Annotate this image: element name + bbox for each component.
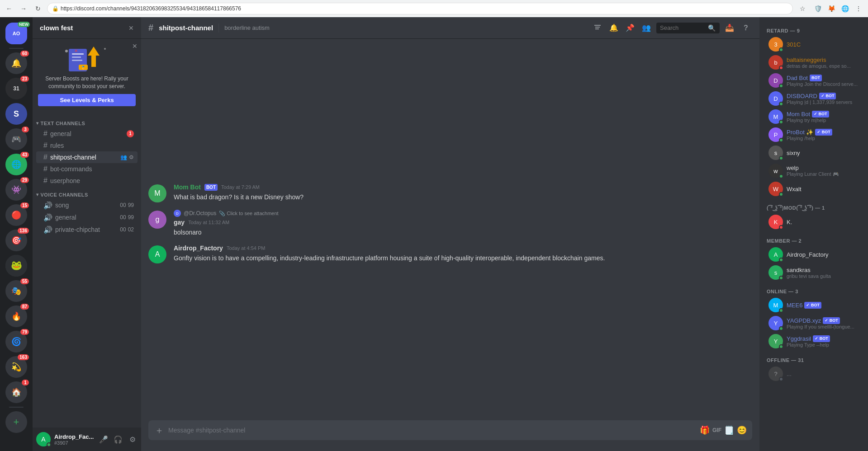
server-icon-10[interactable]: 🎭 55 — [5, 280, 27, 302]
voice-channel-general[interactable]: 🔊 general 00 99 — [36, 211, 138, 224]
member-name-sixny: sixny — [787, 150, 861, 156]
back-button[interactable]: ← — [4, 3, 14, 14]
banner-close-button[interactable]: ✕ — [132, 42, 138, 50]
voice-channels-label: VOICE CHANNELS — [41, 192, 88, 197]
url-bar[interactable]: 🔒 https://discord.com/channels/943182063… — [47, 3, 793, 14]
server-icon-1[interactable]: 🔔 60 — [5, 52, 27, 74]
user-status-indicator — [47, 442, 51, 447]
member-301c[interactable]: 3 301C — [763, 35, 864, 53]
settings-icon[interactable]: ⚙ — [129, 154, 134, 160]
member-name-offline-1: ... — [787, 371, 861, 377]
member-activity-sandkras: gribu tevi sava gulta — [787, 273, 861, 279]
members-group-mod: ( ͡° ͜ʖ ͡°)MOD( ͡° ͜ʖ ͡°) — 1 — [759, 202, 868, 213]
member-info-baltais: baltaisneggeris detras de amogus, espe s… — [787, 56, 861, 69]
menu-button[interactable]: ⋮ — [853, 3, 864, 14]
server-icon-13[interactable]: 💫 163 — [5, 356, 27, 378]
boost-banner-text: Server Boosts are here! Rally your commu… — [38, 75, 136, 90]
member-name-301c: 301C — [787, 41, 861, 48]
badge-5: 43 — [20, 152, 29, 158]
server-header[interactable]: clown fest ✕ — [33, 17, 141, 39]
members-sidebar: RETARD — 9 3 301C b baltaisneggeris detr… — [759, 17, 868, 451]
text-channels-category[interactable]: ▾ TEXT CHANNELS — [33, 115, 141, 128]
add-attachment-button[interactable]: ＋ — [154, 425, 165, 436]
refresh-button[interactable]: ↻ — [33, 3, 43, 14]
member-yggdrasil[interactable]: Y Yggdrasil ✓ BOT Playing Type --help — [763, 332, 864, 350]
channel-bot-commands[interactable]: # bot-commands — [36, 163, 138, 175]
ext1-button[interactable]: 🛡️ — [812, 3, 824, 14]
member-baltais[interactable]: b baltaisneggeris detras de amogus, espe… — [763, 53, 864, 71]
gift-button[interactable]: 🎁 — [700, 425, 710, 435]
gif-button[interactable]: GIF — [712, 427, 721, 433]
ext3-button[interactable]: 🌐 — [839, 3, 851, 14]
voice-channel-song[interactable]: 🔊 song 00 99 — [36, 199, 138, 211]
member-welp[interactable]: w welp Playing Lunar Client 🎮 — [763, 162, 864, 180]
forward-button[interactable]: → — [18, 3, 29, 14]
member-wxalt[interactable]: W Wxalt — [763, 180, 864, 198]
ext2-button[interactable]: 🦊 — [825, 3, 837, 14]
deafen-button[interactable]: 🎧 — [112, 433, 124, 446]
server-icon-3[interactable]: S — [5, 103, 27, 125]
member-disboard[interactable]: D DISBOARD ✓ BOT Playing |d | 1,337,939 … — [763, 89, 864, 108]
channel-rules[interactable]: # rules — [36, 140, 138, 151]
server-icon-6[interactable]: 👾 29 — [5, 179, 27, 201]
server-icon-8[interactable]: 🎯 136 — [5, 230, 27, 251]
threads-button[interactable] — [591, 22, 604, 34]
pin-button[interactable]: 📌 — [624, 22, 636, 34]
member-offline-1[interactable]: ? ... — [763, 365, 864, 383]
message-avatar-airdrop: A — [148, 245, 166, 263]
member-yagpdb[interactable]: Y YAGPDB.xyz ✓ BOT Playing If you smelll… — [763, 314, 864, 332]
member-dadbot[interactable]: D Dad Bot BOT Playing Join the Discord s… — [763, 71, 864, 89]
member-sandkras[interactable]: s sandkras gribu tevi sava gulta — [763, 263, 864, 282]
channel-name-general: general — [50, 130, 124, 137]
user-controls: 🎤 🎧 ⚙ — [97, 433, 139, 446]
member-probot[interactable]: P ProBot ✨ ✓ BOT Playing /help — [763, 126, 864, 144]
message-avatar-gay: g — [148, 211, 166, 229]
server-icon-9[interactable]: 🐸 — [5, 255, 27, 277]
settings-button[interactable]: ⚙ — [126, 433, 139, 446]
member-k[interactable]: K K. — [763, 213, 864, 231]
boost-banner-button[interactable]: See Levels & Perks — [38, 94, 136, 106]
bookmark-button[interactable]: ☆ — [797, 3, 808, 14]
message-content-airdrop: Airdrop_Factory Today at 4:54 PM Gonfty … — [174, 244, 752, 263]
inbox-button[interactable]: 📥 — [723, 22, 736, 34]
members-button[interactable]: 👥 — [640, 22, 653, 34]
reply-attachment[interactable]: 📎 Click to see attachment — [219, 211, 278, 216]
member-info-dadbot: Dad Bot BOT Playing Join the Discord ser… — [787, 75, 861, 87]
svg-marker-6 — [88, 47, 100, 67]
channel-shitpost[interactable]: # shitpost-channel 👥 ⚙ — [36, 151, 138, 163]
search-input[interactable] — [660, 24, 705, 31]
member-sixny[interactable]: s sixny — [763, 144, 864, 162]
server-icon-4[interactable]: 🎮 3 — [5, 128, 27, 150]
channel-hash-icon: # — [148, 23, 153, 33]
server-icon-11[interactable]: 🔥 87 — [5, 305, 27, 327]
channel-userphone[interactable]: # userphone — [36, 175, 138, 187]
server-icon-5[interactable]: 🌐 43 — [5, 154, 27, 175]
status-icon-welp — [779, 174, 783, 179]
mute-button[interactable]: 🎤 — [97, 433, 110, 446]
member-airdrop[interactable]: A Airdrop_Factory — [763, 245, 864, 263]
member-info-k: K. — [787, 219, 861, 226]
server-icon-12[interactable]: 🌀 79 — [5, 331, 27, 352]
server-icon-7[interactable]: 🔴 15 — [5, 204, 27, 226]
server-icon-ao[interactable]: AO NEW — [5, 23, 27, 44]
emoji-button[interactable]: 😊 — [737, 425, 747, 435]
voice-channels-category[interactable]: ▾ VOICE CHANNELS — [33, 187, 141, 199]
channel-general[interactable]: # general 1 — [36, 128, 138, 140]
notifications-button[interactable]: 🔔 — [607, 22, 620, 34]
member-avatar-mombot: M — [768, 109, 783, 124]
member-mombot[interactable]: M Mom Bot ✓ BOT Playing try m|help — [763, 108, 864, 126]
server-icon-14[interactable]: 🏠 1 — [5, 381, 27, 403]
sticker-button[interactable]: 🗒️ — [724, 425, 734, 435]
chevron-down-icon: ✕ — [128, 24, 134, 32]
member-info-yggdrasil: Yggdrasil ✓ BOT Playing Type --help — [787, 335, 861, 348]
message-author-gay: gay — [174, 219, 185, 226]
search-box[interactable]: 🔍 — [656, 23, 720, 33]
help-button[interactable]: ? — [740, 22, 752, 34]
server-icon-2[interactable]: 31 23 — [5, 78, 27, 99]
message-input[interactable] — [168, 427, 696, 434]
members-icon[interactable]: 👥 — [120, 154, 127, 160]
member-avatar-mee6: M — [768, 298, 783, 312]
add-server-button[interactable]: + — [5, 411, 27, 433]
voice-channel-private[interactable]: 🔊 private-chipchat 00 02 — [36, 224, 138, 236]
member-mee6[interactable]: M MEE6 ✓ BOT — [763, 296, 864, 314]
